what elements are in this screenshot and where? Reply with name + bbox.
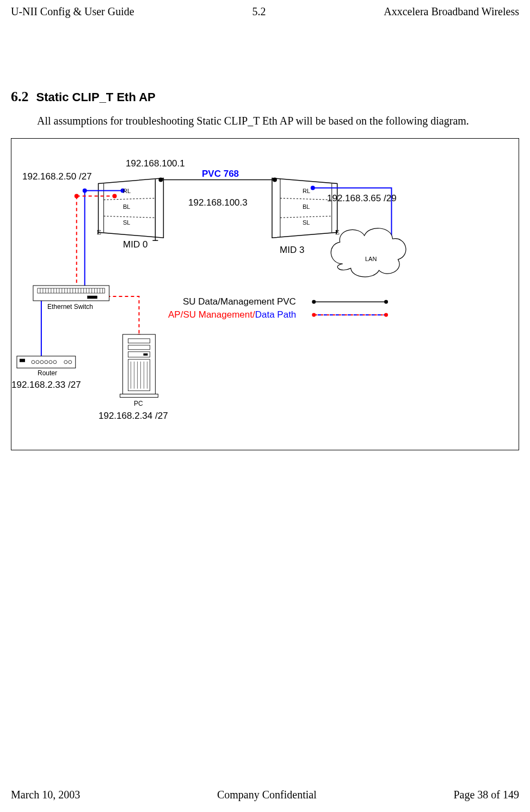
mid3-e: E <box>335 228 340 237</box>
pvc-label: PVC 768 <box>202 169 239 179</box>
section-num: 6.2 <box>11 89 29 104</box>
svg-point-79 <box>384 300 388 303</box>
mid0-bl: BL <box>123 203 130 210</box>
router-label: Router <box>38 369 57 377</box>
legend-ap-blue: Data Path <box>255 309 297 320</box>
footer-right: Page 38 of 149 <box>453 789 519 801</box>
svg-line-6 <box>280 198 332 200</box>
svg-rect-28 <box>38 288 105 293</box>
switch-label: Ethernet Switch <box>47 303 93 311</box>
svg-rect-54 <box>17 356 76 368</box>
mid3-rl: RL <box>303 188 310 194</box>
mid0-label: MID 0 <box>123 239 147 250</box>
svg-line-7 <box>280 216 332 218</box>
footer-center: Company Confidential <box>217 789 317 801</box>
svg-line-3 <box>104 216 156 218</box>
legend-su: SU Data/Management PVC <box>183 296 296 307</box>
mid3-sl: SL <box>303 219 310 226</box>
network-diagram: 192.168.100.1 192.168.2.50 /27 PVC 768 1… <box>11 138 519 450</box>
svg-point-83 <box>384 313 388 317</box>
svg-rect-53 <box>88 296 97 299</box>
section-title: Static CLIP_T Eth AP <box>36 90 156 104</box>
lan-cloud-icon <box>331 228 406 277</box>
mid0-sl: SL <box>123 219 130 226</box>
section-para: All assumptions for troubleshooting Stat… <box>11 115 519 127</box>
svg-rect-66 <box>128 345 150 350</box>
legend-ap-red: AP/SU Management/ <box>168 309 255 320</box>
router-icon <box>17 356 76 368</box>
svg-rect-68 <box>143 354 147 356</box>
svg-rect-76 <box>120 394 158 398</box>
header-left: U-NII Config & User Guide <box>11 5 134 18</box>
svg-rect-65 <box>128 339 150 343</box>
ip-pc-label: 192.168.2.34 /27 <box>98 411 168 422</box>
pc-label: PC <box>134 400 143 407</box>
ip-left-label: 192.168.2.50 /27 <box>22 171 92 182</box>
lan-label: LAN <box>365 256 377 262</box>
ip-mid-label: 192.168.100.3 <box>188 197 248 208</box>
header-center: 5.2 <box>252 5 266 18</box>
svg-point-22 <box>113 194 117 198</box>
page-header: U-NII Config & User Guide 5.2 Axxcelera … <box>0 0 530 18</box>
mid0-rl: RL <box>123 188 131 194</box>
ip-router-label: 192.168.2.33 /27 <box>11 380 81 390</box>
svg-point-12 <box>273 177 277 182</box>
pc-icon <box>120 334 158 398</box>
footer-left: March 10, 2003 <box>11 789 80 801</box>
section: 6.2 Static CLIP_T Eth AP All assumptions… <box>0 18 530 127</box>
diagram-svg <box>11 139 519 450</box>
mid3-bl: BL <box>303 203 310 210</box>
mid0-e: E <box>97 228 101 237</box>
legend-ap: AP/SU Management/Data Path <box>168 309 296 320</box>
header-right: Axxcelera Broadband Wireless <box>384 5 519 18</box>
page-footer: March 10, 2003 Company Confidential Page… <box>0 789 530 801</box>
section-heading: 6.2 Static CLIP_T Eth AP <box>11 89 519 105</box>
ethernet-switch-icon <box>33 286 109 301</box>
ip-right-label: 192.168.3.65 /29 <box>327 193 397 204</box>
svg-line-2 <box>104 198 156 200</box>
svg-rect-55 <box>20 359 25 362</box>
ip-top-label: 192.168.100.1 <box>126 158 185 169</box>
mid0-device <box>98 178 164 238</box>
mid3-label: MID 3 <box>280 245 304 256</box>
svg-rect-69 <box>128 359 150 391</box>
